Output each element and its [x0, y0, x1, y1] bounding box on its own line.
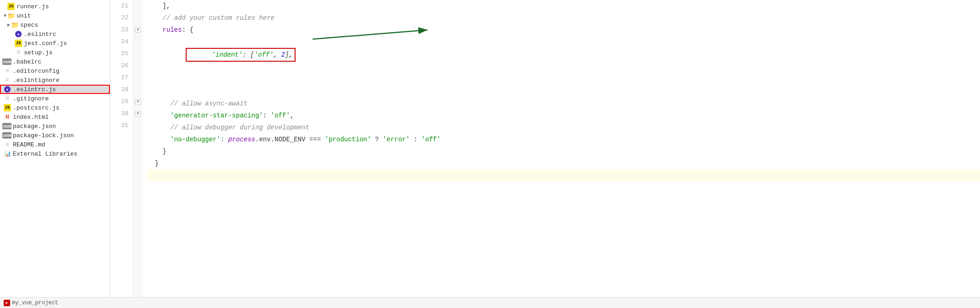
chevron-right-icon: ▶ [7, 22, 10, 28]
eslint-icon [4, 86, 11, 93]
line-num-24: 24 [115, 36, 128, 48]
fold-arrow-23[interactable]: ▽ [135, 27, 141, 33]
sidebar-label-specs: specs [20, 22, 38, 29]
sidebar-item-eslintrc-js[interactable]: .eslintrc.js [0, 85, 110, 94]
sidebar-item-package-lock-json[interactable]: JSON package-lock.json [0, 131, 110, 140]
sidebar-label-unit: unit [17, 12, 31, 19]
sidebar-item-babelrc[interactable]: JSON .babelrc [0, 57, 110, 66]
sidebar-label-eslintrc-js: .eslintrc.js [13, 86, 56, 93]
json-icon: JSON [4, 58, 11, 65]
code-line-22: // add your custom rules here [147, 12, 980, 24]
line-num-23: 23 [115, 24, 128, 36]
eslint-icon [15, 30, 22, 38]
line-num-30: 30 [115, 108, 128, 120]
sidebar-label-index-html: index.html [13, 114, 49, 121]
gutter-31 [133, 120, 142, 132]
gutter-29[interactable]: ▽ [133, 96, 142, 108]
sidebar-item-postcssrc-js[interactable]: JS .postcssrc.js [0, 103, 110, 112]
chart-icon: 📊 [4, 150, 11, 157]
sidebar-label-package-lock-json: package-lock.json [13, 132, 74, 139]
gutter-27 [133, 72, 142, 84]
line-num-25: 25 [115, 48, 128, 60]
sidebar-item-external-libraries[interactable]: 📊 External Libraries [0, 149, 110, 158]
text-icon: ≡ [4, 76, 11, 84]
gutter-22 [133, 12, 142, 24]
folder-icon: 📁 [11, 21, 18, 29]
text-icon: ≡ [15, 49, 22, 56]
sidebar-label-setup-js: setup.js [24, 49, 52, 56]
sidebar-label-eslintignore: .eslintignore [13, 77, 59, 84]
text-icon: ≡ [4, 95, 11, 102]
gutter-25 [133, 48, 142, 60]
sidebar-label-package-json: package.json [13, 123, 56, 130]
html-icon: H [4, 113, 11, 121]
sidebar-label-babelrc: .babelrc [13, 58, 41, 65]
fold-arrow-29[interactable]: ▽ [135, 99, 141, 105]
sidebar-item-gitignore[interactable]: ≡ .gitignore [0, 94, 110, 103]
code-area: 21 22 23 24 25 26 27 28 29 30 31 ▽ [110, 0, 980, 297]
line-num-21: 21 [115, 0, 128, 12]
sidebar-item-specs[interactable]: ▶ 📁 specs [0, 20, 110, 29]
sidebar-item-readme-md[interactable]: ≡ README.md [0, 140, 110, 149]
code-line-21: ], [147, 0, 980, 12]
sidebar-label-readme-md: README.md [13, 141, 45, 148]
json-icon: JSON [4, 122, 11, 130]
js-icon: JS [7, 3, 15, 10]
js-icon: JS [4, 104, 11, 111]
svg-line-1 [313, 30, 427, 39]
line-num-26: 26 [115, 60, 128, 72]
line-num-22: 22 [115, 12, 128, 24]
folder-icon: 📁 [7, 12, 15, 19]
chevron-down-icon: ▼ [4, 13, 6, 18]
code-line-26: 'generator-star-spacing': 'off', [147, 110, 980, 122]
line-num-27: 27 [115, 72, 128, 84]
code-content[interactable]: ], // add your custom rules here rules: … [142, 0, 980, 297]
sidebar-item-index-html[interactable]: H index.html [0, 112, 110, 122]
project-info: ▶ my_vue_project [4, 300, 58, 306]
sidebar-item-package-json[interactable]: JSON package.json [0, 122, 110, 131]
line-num-29: 29 [115, 96, 128, 108]
sidebar-label-external-libraries: External Libraries [13, 151, 77, 157]
code-line-23: rules: { [147, 24, 980, 36]
gutter-26 [133, 60, 142, 72]
text-icon: ≡ [4, 67, 11, 75]
sidebar-item-runner-js[interactable]: JS runner.js [0, 2, 110, 11]
fold-arrow-30[interactable]: ▽ [135, 111, 141, 116]
text-icon: ≡ [4, 141, 11, 148]
code-line-30: } [147, 157, 980, 169]
project-label: my_vue_project [12, 300, 58, 306]
code-line-28: 'no-debugger': process.env.NODE_ENV === … [147, 134, 980, 145]
sidebar-item-editorconfig[interactable]: ≡ .editorconfig [0, 66, 110, 76]
sidebar-label-jest-conf-js: jest.conf.js [24, 40, 67, 47]
sidebar-item-jest-conf-js[interactable]: JS jest.conf.js [0, 39, 110, 48]
line-num-31: 31 [115, 120, 128, 132]
gutter-23[interactable]: ▽ [133, 24, 142, 36]
bottom-bar: ▶ my_vue_project [0, 297, 980, 308]
gutter-28 [133, 84, 142, 96]
code-line-31 [147, 169, 980, 181]
sidebar-item-setup-js[interactable]: ≡ setup.js [0, 48, 110, 57]
json-icon: JSON [4, 132, 11, 139]
sidebar-label-eslintrc: .eslintrc [24, 31, 56, 38]
sidebar-label-runner-js: runner.js [17, 3, 49, 10]
code-line-27: // allow debugger during development [147, 122, 980, 134]
sidebar-item-unit[interactable]: ▼ 📁 unit [0, 11, 110, 20]
sidebar-item-eslintrc[interactable]: .eslintrc [0, 29, 110, 39]
code-line-24: 'indent': ['off', 2], [147, 36, 980, 98]
main-area: JS runner.js ▼ 📁 unit ▶ 📁 specs .eslintr… [0, 0, 980, 297]
code-gutter: ▽ ▽ ▽ [133, 0, 142, 297]
annotation-arrow [313, 28, 450, 51]
sidebar-item-eslintignore[interactable]: ≡ .eslintignore [0, 76, 110, 85]
code-editor: 21 22 23 24 25 26 27 28 29 30 31 ▽ [110, 0, 980, 297]
code-line-25: // allow async-await [147, 98, 980, 110]
gutter-24 [133, 36, 142, 48]
line-numbers: 21 22 23 24 25 26 27 28 29 30 31 [110, 0, 133, 297]
project-icon: ▶ [4, 300, 10, 306]
line-num-28: 28 [115, 84, 128, 96]
sidebar-label-gitignore: .gitignore [13, 95, 49, 102]
sidebar: JS runner.js ▼ 📁 unit ▶ 📁 specs .eslintr… [0, 0, 110, 297]
sidebar-label-editorconfig: .editorconfig [13, 68, 59, 75]
gutter-30[interactable]: ▽ [133, 108, 142, 120]
gutter-21 [133, 0, 142, 12]
code-line-29: } [147, 145, 980, 157]
